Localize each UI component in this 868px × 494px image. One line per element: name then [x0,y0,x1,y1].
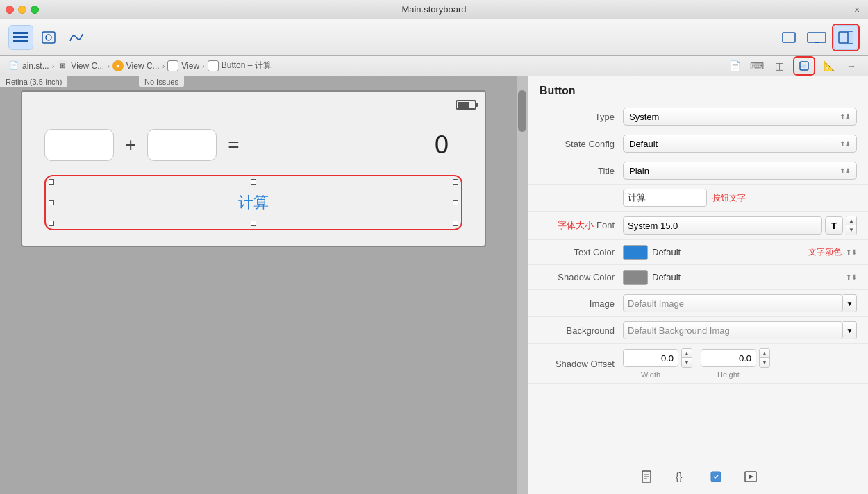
connections-btn[interactable]: → [843,58,860,74]
svg-text:{}: {} [676,471,683,482]
maximize-btn[interactable] [31,6,39,14]
svg-rect-0 [13,32,28,34]
input-box-2[interactable] [147,129,217,161]
file-inspector-btn[interactable]: 📄 [726,58,743,74]
font-stepper-up[interactable]: ▲ [846,216,856,225]
shadow-color-row: Shadow Color Default ⬆⬇ [528,265,868,290]
font-t-button[interactable]: T [825,216,843,235]
curve-button[interactable] [64,25,89,50]
scroll-handle[interactable] [518,90,526,132]
size-inspector-btn[interactable]: 📐 [821,58,837,74]
title-input-control: 计算 按钮文字 [623,189,857,207]
font-stepper-down[interactable]: ▼ [846,225,856,235]
shadow-width-stepper-down[interactable]: ▼ [682,358,692,367]
svg-rect-3 [42,32,55,43]
state-config-label: State Config [540,139,623,149]
button-icon [208,60,219,71]
image-select-container: Default Image ▼ [623,294,857,312]
state-config-select[interactable]: Default ⬆⬇ [623,135,857,153]
device-label: Retina (3.5-inch) [0,76,67,87]
code-tab-button[interactable]: {} [671,466,692,487]
handle-mr[interactable] [453,200,458,205]
close-icon[interactable]: × [851,4,862,15]
font-value: System 15.0 [628,221,678,231]
text-color-name: Default [652,247,804,257]
layout-inspector-btn[interactable]: ◫ [771,58,787,74]
identity-tab-button[interactable] [706,466,726,487]
type-select[interactable]: System ⬆⬇ [623,108,857,126]
shadow-offset-sublabels: Width Height [623,370,857,379]
handle-bl[interactable] [49,221,54,226]
inspector-button[interactable] [833,25,858,50]
image-select[interactable]: Default Image [623,294,843,312]
shadow-offset-inputs: 0.0 ▲ ▼ 0.0 ▲ ▼ [623,348,857,368]
text-color-control: Default 文字颜色 ⬆⬇ [623,245,857,260]
shadow-offset-width-field[interactable]: 0.0 [623,349,678,367]
bg-select-container: Default Background Imag ▼ [623,321,857,339]
shadow-width-stepper-up[interactable]: ▲ [682,349,692,358]
identity-inspector-btn[interactable] [796,58,812,74]
calc-button-label: 计算 [238,192,269,213]
handle-tr[interactable] [453,179,458,185]
shadow-height-stepper-up[interactable]: ▲ [760,349,769,358]
text-color-swatch[interactable] [623,245,648,260]
screen-icon [807,31,826,44]
svg-rect-6 [808,33,826,42]
quick-help-btn[interactable]: ⌨ [749,58,765,74]
handle-br[interactable] [453,221,458,226]
curve-icon [69,31,84,44]
list-view-button[interactable] [8,25,33,50]
minimize-btn[interactable] [18,6,26,14]
svg-point-4 [46,35,51,40]
file-tab-button[interactable] [636,466,657,487]
handle-tm[interactable] [251,179,256,185]
handle-bm[interactable] [251,221,256,226]
canvas-scrollbar[interactable] [517,76,528,494]
shadow-height-stepper[interactable]: ▲ ▼ [759,348,770,368]
layout-button[interactable] [776,25,801,50]
viewc-icon-1: ⊞ [57,60,68,71]
background-select[interactable]: Default Background Imag [623,321,843,339]
canvas-area: + = 0 计算 Retina (3.5-inch) No Issues [0,76,528,494]
shadow-width-stepper[interactable]: ▲ ▼ [681,348,692,368]
state-config-arrow: ⬆⬇ [840,140,851,148]
input-box-1[interactable] [44,129,114,161]
mask-button[interactable] [36,25,61,50]
title-select[interactable]: Plain ⬆⬇ [623,162,857,180]
font-select[interactable]: System 15.0 [623,216,822,235]
breadcrumb-label-3: View C... [126,61,160,71]
identity-tab-icon [709,470,723,484]
handle-ml[interactable] [49,200,54,205]
svg-rect-1 [13,36,28,38]
breadcrumb-item-2[interactable]: ⊞ View C... [57,60,104,71]
shadow-height-stepper-down[interactable]: ▼ [760,358,769,367]
type-control: System ⬆⬇ [623,108,857,126]
view-icon [167,60,178,71]
title-annotation: 按钮文字 [712,192,746,204]
background-dropdown-button[interactable]: ▼ [843,321,857,339]
shadow-color-swatch[interactable] [623,270,648,285]
breadcrumb-item-3[interactable]: ● View C... [112,60,160,71]
image-dropdown-button[interactable]: ▼ [843,294,857,312]
type-row: Type System ⬆⬇ [528,103,868,130]
title-value: Plain [629,166,649,176]
shadow-offset-control: 0.0 ▲ ▼ 0.0 ▲ ▼ Width [623,348,857,379]
toolbar-left-group [8,25,89,50]
close-btn[interactable] [6,6,14,14]
breadcrumb-item-4[interactable]: View [167,60,199,71]
handle-tl[interactable] [49,179,54,185]
title-text-field[interactable]: 计算 [623,189,707,207]
media-tab-button[interactable] [740,466,761,487]
screen-button[interactable] [804,25,829,50]
breadcrumb-label-5: Button – 计算 [222,60,272,71]
background-placeholder: Default Background Imag [628,325,730,336]
shadow-offset-height-field[interactable]: 0.0 [701,349,756,367]
mask-icon [41,31,56,44]
calc-button-selected[interactable]: 计算 [44,175,462,230]
breadcrumb-item-5[interactable]: Button – 计算 [208,60,272,71]
status-bar [31,100,476,110]
image-label: Image [540,298,623,309]
breadcrumb-item-1[interactable]: 📄 ain.st... [8,60,49,71]
title-bar: Main.storyboard × [0,0,868,19]
font-stepper[interactable]: ▲ ▼ [846,216,857,235]
